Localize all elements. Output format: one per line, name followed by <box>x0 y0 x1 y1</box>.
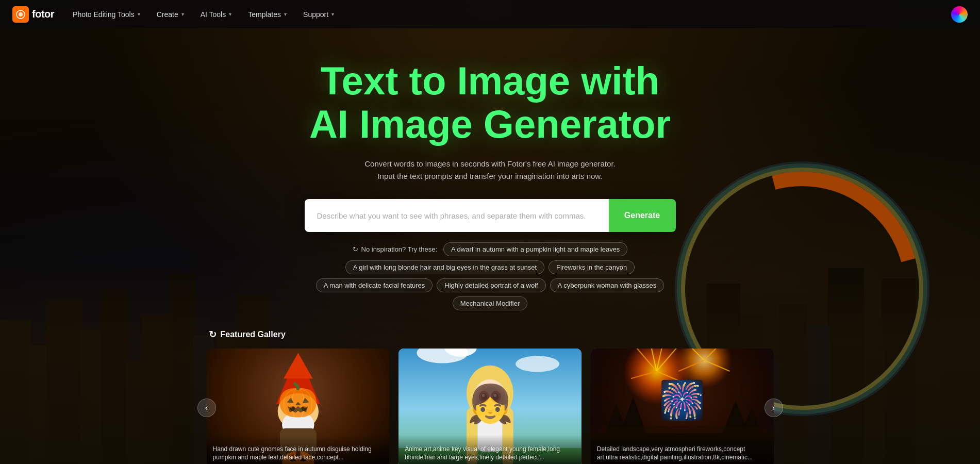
logo-icon <box>12 6 29 23</box>
gallery-section: ↻ Featured Gallery ‹ <box>207 329 774 464</box>
svg-point-23 <box>474 379 506 415</box>
chevron-down-icon: ▾ <box>331 11 334 17</box>
svg-point-20 <box>467 366 513 421</box>
avatar[interactable] <box>951 6 968 23</box>
chevron-down-icon: ▾ <box>284 11 287 17</box>
refresh-icon: ↻ <box>353 245 358 253</box>
card-caption-1: Anime art,anime key visual of elegant yo… <box>398 435 582 464</box>
nav-ai-tools[interactable]: AI Tools ▾ <box>194 7 238 22</box>
hero-content: Text to Image with AI Image Generator Co… <box>207 28 774 464</box>
chip-6[interactable]: Mechanical Modifier <box>453 296 528 310</box>
logo-text: fotor <box>32 8 54 20</box>
svg-point-26 <box>482 394 485 397</box>
gallery-carousel: ‹ <box>207 349 774 464</box>
logo[interactable]: fotor <box>12 6 54 23</box>
svg-point-1 <box>19 12 23 16</box>
hero-section: Text to Image with AI Image Generator Co… <box>0 0 980 464</box>
carousel-prev-button[interactable]: ‹ <box>197 399 216 417</box>
chip-3[interactable]: A man with delicate facial features <box>316 278 433 292</box>
nav-ai-tools-label: AI Tools <box>201 10 226 19</box>
chevron-down-icon: ▾ <box>181 11 184 17</box>
search-bar: Generate <box>305 199 676 232</box>
chip-0[interactable]: A dwarf in autumn with a pumpkin light a… <box>443 242 627 256</box>
svg-point-30 <box>489 403 492 405</box>
card-caption-2: Detailed landscape,very atmospheri firew… <box>591 435 774 464</box>
chip-1[interactable]: A girl with long blonde hair and big eye… <box>345 260 544 274</box>
carousel-next-button[interactable]: › <box>765 399 783 417</box>
svg-point-25 <box>481 393 487 401</box>
nav-create[interactable]: Create ▾ <box>151 7 190 22</box>
svg-point-28 <box>493 393 499 401</box>
nav-support[interactable]: Support ▾ <box>297 7 340 22</box>
hero-title: Text to Image with AI Image Generator <box>309 59 671 145</box>
chip-5[interactable]: A cyberpunk woman with glasses <box>550 278 664 292</box>
gallery-card-2[interactable]: Detailed landscape,very atmospheri firew… <box>591 349 774 464</box>
svg-point-8 <box>301 406 306 411</box>
prompt-input[interactable] <box>305 199 609 232</box>
hero-subtitle: Convert words to images in seconds with … <box>356 158 624 183</box>
svg-point-7 <box>290 406 295 411</box>
svg-point-27 <box>491 391 501 403</box>
gallery-card-1[interactable]: Anime art,anime key visual of elegant yo… <box>398 349 582 464</box>
chip-4[interactable]: Highly detailed portrait of a wolf <box>437 278 545 292</box>
chevron-down-icon: ▾ <box>138 11 140 17</box>
gallery-header: ↻ Featured Gallery <box>207 329 774 340</box>
chevron-down-icon: ▾ <box>229 11 231 17</box>
gallery-card-0[interactable]: Hand drawn cute gnomes face in autumn di… <box>207 349 390 464</box>
svg-point-24 <box>479 391 489 403</box>
nav-photo-editing-label: Photo Editing Tools <box>73 10 135 19</box>
nav-support-label: Support <box>303 10 328 19</box>
card-caption-0: Hand drawn cute gnomes face in autumn di… <box>207 435 390 464</box>
no-inspiration-label: ↻ No inspiration? Try these: <box>353 242 437 256</box>
nav-templates-label: Templates <box>248 10 281 19</box>
gallery-icon: ↻ <box>209 329 217 340</box>
nav-photo-editing[interactable]: Photo Editing Tools ▾ <box>67 7 146 22</box>
nav-templates[interactable]: Templates ▾ <box>242 7 293 22</box>
svg-point-29 <box>494 394 497 397</box>
svg-point-18 <box>516 356 559 372</box>
svg-rect-32 <box>486 411 493 419</box>
generate-button[interactable]: Generate <box>609 199 676 232</box>
navbar: fotor Photo Editing Tools ▾ Create ▾ AI … <box>0 0 980 28</box>
chip-2[interactable]: Fireworks in the canyon <box>549 260 635 274</box>
suggestions-container: ↻ No inspiration? Try these: A dwarf in … <box>289 242 691 310</box>
gallery-title: Featured Gallery <box>221 330 286 339</box>
nav-create-label: Create <box>157 10 178 19</box>
